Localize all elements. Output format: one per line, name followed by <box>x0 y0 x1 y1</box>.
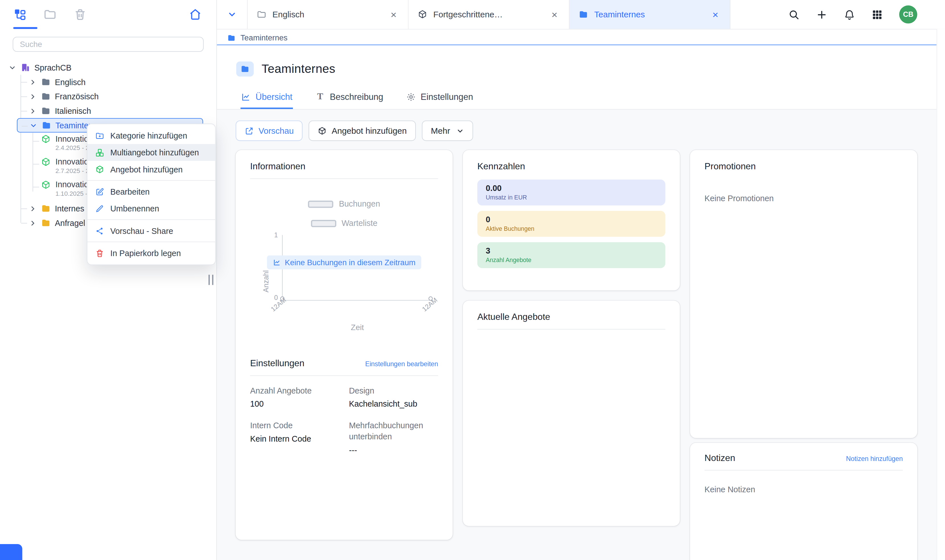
empty-text: Keine Promotionen <box>705 194 903 203</box>
tab-label: Fortgeschrittene… <box>433 10 503 19</box>
chevron-right-icon[interactable] <box>29 78 37 86</box>
stat-label: Aktive Buchungen <box>486 225 657 232</box>
main-area: Englisch × Fortgeschrittene… × Teaminter… <box>217 0 945 560</box>
field-value: Kein Intern Code <box>250 434 339 444</box>
stat-aktive-buchungen: 0 Aktive Buchungen <box>477 211 665 237</box>
legend-item[interactable]: Buchungen <box>308 200 380 209</box>
home-icon[interactable] <box>189 8 202 22</box>
tab-teaminternes[interactable]: Teaminternes × <box>569 0 730 29</box>
chevron-right-icon[interactable] <box>29 92 37 100</box>
einstellungen-bearbeiten-link[interactable]: Einstellungen bearbeiten <box>365 360 438 367</box>
folder-icon <box>41 106 51 116</box>
chevron-right-icon[interactable] <box>29 219 37 227</box>
tree-item-englisch[interactable]: Englisch <box>17 75 209 89</box>
field: Anzahl Angebote 100 <box>250 386 339 409</box>
folder-icon <box>41 92 51 101</box>
tree-item-root[interactable]: SprachCB <box>9 60 209 75</box>
breadcrumb-label[interactable]: Teaminternes <box>240 33 288 42</box>
tab-fortgeschrittene[interactable]: Fortgeschrittene… × <box>409 0 569 29</box>
legend-swatch <box>308 200 334 208</box>
search-icon[interactable] <box>788 9 800 20</box>
tree-item-franzoesisch[interactable]: Französisch <box>17 89 209 103</box>
sidebar-search <box>0 29 216 55</box>
trash-icon[interactable] <box>74 8 87 22</box>
tree-item-label: Italienisch <box>55 106 91 115</box>
sidebar: SprachCB Englisch Französisch Italienisc… <box>0 0 217 560</box>
cube-icon <box>95 165 105 174</box>
stat-anzahl-angebote: 3 Anzahl Angebote <box>477 242 665 268</box>
button-label: Vorschau <box>259 126 294 136</box>
menu-item-vorschau-share[interactable]: Vorschau - Share <box>88 222 215 239</box>
close-icon[interactable]: × <box>388 8 399 21</box>
chart-empty-message: Keine Buchungen in diesem Zeitraum <box>267 255 422 269</box>
stat-umsatz: 0.00 Umsatz in EUR <box>477 180 665 205</box>
folder-plus-icon <box>95 131 105 140</box>
tab-englisch[interactable]: Englisch × <box>248 0 408 29</box>
card-title: Notizen <box>705 452 735 463</box>
bottom-left-widget[interactable] <box>0 544 22 560</box>
folder-icon[interactable] <box>43 8 57 22</box>
menu-item-angebot-hinzufuegen[interactable]: Angebot hinzufügen <box>88 161 215 178</box>
tab-einstellungen[interactable]: Einstellungen <box>406 86 474 109</box>
field-label: Design <box>349 386 438 397</box>
menu-item-papierkorb[interactable]: In Papierkorb legen <box>88 245 215 262</box>
tree-item-italienisch[interactable]: Italienisch <box>17 103 209 118</box>
chevron-down-icon[interactable] <box>29 122 38 129</box>
card-title: Aktuelle Angebote <box>477 312 665 322</box>
sidebar-resize-handle[interactable] <box>209 275 214 285</box>
legend-item[interactable]: Warteliste <box>311 219 377 228</box>
chart-icon <box>241 92 251 102</box>
bell-icon[interactable] <box>843 9 855 20</box>
tab-beschreibung[interactable]: T Beschreibung <box>315 86 384 109</box>
active-tool-underline <box>13 27 38 29</box>
chevron-right-icon[interactable] <box>29 205 37 212</box>
y-axis-label: Anzahl <box>262 270 271 292</box>
scrollbar-track[interactable] <box>936 29 945 560</box>
offer-label: Innovatio <box>55 157 89 167</box>
gear-icon <box>406 92 416 102</box>
chevron-right-icon[interactable] <box>29 107 37 115</box>
empty-text: Keine Notizen <box>705 485 903 494</box>
apps-grid-icon[interactable] <box>871 9 883 20</box>
card-aktuelle-angebote: Aktuelle Angebote <box>463 301 680 526</box>
card-kennzahlen: Kennzahlen 0.00 Umsatz in EUR 0 Aktive B… <box>463 150 680 290</box>
menu-item-multiangebot-hinzufuegen[interactable]: Multiangebot hinzufügen <box>88 144 215 161</box>
card-title: Informationen <box>250 161 438 171</box>
card-informationen: Informationen Buchungen Warteliste <box>235 150 452 540</box>
settings-fields: Anzahl Angebote 100 Design Kachelansicht… <box>250 386 438 455</box>
tree-item-label: Französisch <box>55 92 99 101</box>
action-bar: Vorschau Angebot hinzufügen Mehr <box>217 109 945 141</box>
menu-item-kategorie-hinzufuegen[interactable]: Kategorie hinzufügen <box>88 127 215 144</box>
x-tick: 12AM <box>269 296 287 313</box>
cube-icon <box>41 180 51 190</box>
plus-icon[interactable] <box>816 9 828 20</box>
menu-item-umbenennen[interactable]: Umbenennen <box>88 200 215 217</box>
chevron-down-icon[interactable] <box>9 63 17 71</box>
legend-swatch <box>311 220 336 227</box>
context-menu: Kategorie hinzufügen Multiangebot hinzuf… <box>87 123 216 265</box>
close-icon[interactable]: × <box>710 8 721 21</box>
tab-label: Englisch <box>272 10 304 19</box>
chevron-down-icon <box>456 127 464 135</box>
close-icon[interactable]: × <box>549 8 560 21</box>
folder-icon <box>42 120 51 130</box>
field-value: 100 <box>250 400 339 409</box>
menu-item-label: Umbenennen <box>110 204 159 213</box>
avatar[interactable]: CB <box>899 5 917 24</box>
cube-icon <box>318 126 327 135</box>
share-icon <box>95 226 105 235</box>
menu-item-bearbeiten[interactable]: Bearbeiten <box>88 183 215 200</box>
mehr-button[interactable]: Mehr <box>422 120 473 141</box>
page-tabs: Übersicht T Beschreibung Einstellungen <box>217 84 945 109</box>
search-input[interactable] <box>12 37 203 52</box>
vorschau-button[interactable]: Vorschau <box>235 120 303 141</box>
notizen-hinzufuegen-link[interactable]: Notizen hinzufügen <box>846 455 903 462</box>
folder-icon <box>41 218 51 228</box>
tree-view-icon[interactable] <box>13 8 27 22</box>
pencil-icon <box>95 204 105 213</box>
field-label: Intern Code <box>250 421 339 432</box>
text-icon: T <box>316 92 325 102</box>
tab-uebersicht[interactable]: Übersicht <box>240 86 293 109</box>
angebot-hinzufuegen-button[interactable]: Angebot hinzufügen <box>309 120 416 141</box>
tab-list-dropdown[interactable] <box>217 0 248 29</box>
